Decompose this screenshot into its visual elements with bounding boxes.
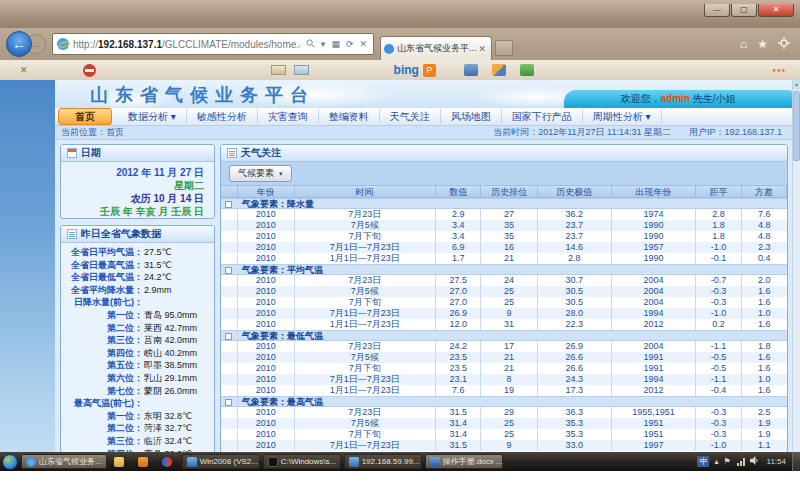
nav-item-4[interactable]: 整编资料	[319, 109, 380, 124]
table-row[interactable]: 20107月下旬23.52126.61991-0.51.6	[221, 363, 787, 374]
home-icon[interactable]: ⌂	[740, 37, 747, 51]
tab-close-icon[interactable]: ✕	[476, 44, 488, 54]
table-row[interactable]: 20107月1日—7月23日6.91614.61957-1.02.3	[221, 242, 787, 253]
table-row[interactable]: 20107月5候27.02530.52004-0.31.6	[221, 286, 787, 297]
mail-icon[interactable]	[271, 65, 286, 75]
compatibility-icon[interactable]: ▦	[331, 39, 340, 49]
table-row[interactable]: 20107月23日27.52430.72004-0.72.0	[221, 275, 787, 286]
calendar-icon	[67, 148, 77, 158]
table-row[interactable]: 20107月1日—7月23日23.1824.31994-1.11.0	[221, 374, 787, 385]
maximize-button[interactable]: ▢	[731, 4, 757, 17]
taskbar-window-button-1[interactable]: C:\Windows\s...	[263, 454, 341, 469]
table-cell: 2012	[612, 385, 697, 396]
ime-indicator[interactable]: 中	[697, 456, 709, 467]
taskbar-window-button-0[interactable]: Win2008 (VS2...	[182, 454, 260, 469]
table-row[interactable]: 20107月1日—7月23日26.9928.01994-1.01.0	[221, 308, 787, 319]
address-bar[interactable]: http://192.168.137.1/GLCCLIMATE/modules/…	[52, 33, 374, 55]
row-gutter	[221, 209, 238, 220]
nav-item-3[interactable]: 灾害查询	[258, 109, 319, 124]
table-row[interactable]: 20107月23日2.92736.219742.87.6	[221, 209, 787, 220]
table-cell: 1990	[612, 231, 697, 242]
taskbar-ie-button[interactable]: 山东省气候业务...	[21, 454, 107, 469]
table-group-row: 气象要素：最低气温	[221, 330, 787, 341]
nav-item-8[interactable]: 周期性分析 ▾	[583, 109, 662, 124]
clock[interactable]: 11:54	[767, 457, 786, 466]
scrollbar-up-icon[interactable]: ▲	[793, 80, 800, 89]
nav-item-6[interactable]: 风场地图	[441, 109, 502, 124]
current-time-text: 当前时间：2012年11月27日 11:14:31 星期二	[493, 126, 671, 139]
table-row[interactable]: 20101月1日—7月23日12.03122.320120.21.6	[221, 319, 787, 330]
back-button[interactable]: ←	[6, 31, 32, 57]
settings-gear-icon[interactable]	[778, 37, 790, 52]
more-icon[interactable]: •••	[772, 65, 786, 76]
table-row[interactable]: 20107月下旬27.02530.52004-0.31.6	[221, 297, 787, 308]
taskbar-window-button-3[interactable]: 操作手册.docx ...	[425, 454, 503, 469]
table-cell: -1.1	[696, 374, 741, 385]
taskbar-folder-icon[interactable]	[110, 454, 131, 469]
table-row[interactable]: 20101月1日—7月23日7.61917.32012-0.41.6	[221, 385, 787, 396]
show-desktop-button[interactable]	[792, 452, 800, 471]
table-cell: 7月23日	[295, 341, 437, 352]
stop-icon[interactable]: ✕	[359, 39, 367, 49]
tray-up-arrow-icon[interactable]: ▴	[714, 457, 718, 466]
nav-item-1[interactable]: 数据分析 ▾	[118, 109, 187, 124]
camera-addon-icon[interactable]	[464, 64, 478, 76]
table-row[interactable]: 20107月5候3.43523.719901.84.8	[221, 220, 787, 231]
dropdown-icon[interactable]: ▾	[321, 39, 326, 49]
table-row[interactable]: 20107月5候31.42535.31951-0.31.9	[221, 418, 787, 429]
new-tab-button[interactable]	[495, 40, 513, 56]
commandbar-close-icon[interactable]: ✕	[20, 65, 28, 75]
group-checkbox[interactable]	[225, 201, 232, 208]
table-row[interactable]: 20107月23日31.52936.31955,1951-0.32.5	[221, 407, 787, 418]
taskbar-window-button-2[interactable]: 192.168.59.99...	[344, 454, 422, 469]
table-row[interactable]: 20107月23日24.21726.92004-1.11.8	[221, 341, 787, 352]
table-cell: 35	[481, 231, 538, 242]
blocker-addon-icon[interactable]	[83, 64, 96, 77]
assistant-addon-icon[interactable]	[492, 64, 506, 76]
plugin-addon-icon[interactable]	[520, 64, 534, 76]
nav-item-0[interactable]: 首页	[58, 108, 112, 125]
nav-item-5[interactable]: 天气关注	[380, 109, 441, 124]
table-cell: -0.5	[696, 363, 741, 374]
taskbar-button-label: C:\Windows\s...	[281, 457, 337, 466]
table-row[interactable]: 20107月下旬3.43523.719901.84.8	[221, 231, 787, 242]
minimize-button[interactable]: —	[704, 4, 730, 17]
table-cell: -0.3	[696, 286, 741, 297]
table-row[interactable]: 20107月5候23.52126.61991-0.51.6	[221, 352, 787, 363]
page-scrollbar[interactable]: ▲	[792, 80, 800, 452]
group-checkbox[interactable]	[225, 267, 232, 274]
weather-summary-row: 全省日平均气温：27.5℃	[61, 246, 214, 259]
group-checkbox[interactable]	[225, 399, 232, 406]
table-cell: 4.8	[742, 231, 787, 242]
table-cell: -1.0	[696, 242, 741, 253]
taskbar-browser-icon[interactable]	[158, 454, 179, 469]
taskbar-media-icon[interactable]	[134, 454, 155, 469]
url-text[interactable]: http://192.168.137.1/GLCCLIMATE/modules/…	[73, 39, 300, 50]
table-row[interactable]: 20107月1日—7月23日31.5933.01997-1.01.1	[221, 440, 787, 451]
orange-badge-icon[interactable]: P	[423, 64, 436, 77]
table-row[interactable]: 20107月下旬31.42535.31951-0.31.9	[221, 429, 787, 440]
favorites-star-icon[interactable]: ★	[757, 37, 768, 51]
table-row[interactable]: 20101月1日—7月23日1.7212.81990-0.10.4	[221, 253, 787, 264]
content-area: 日期 2012 年 11 月 27 日星期二农历 10 月 14 日壬辰 年 辛…	[55, 140, 792, 452]
table-cell: 1.1	[742, 440, 787, 451]
nav-item-2[interactable]: 敏感性分析	[187, 109, 258, 124]
nav-item-7[interactable]: 国家下行产品	[502, 109, 583, 124]
bing-logo[interactable]: bing	[394, 63, 419, 77]
table-cell: 21	[481, 352, 538, 363]
volume-icon[interactable]	[750, 456, 759, 467]
browser-tab[interactable]: 山东省气候业务平... ✕	[380, 36, 492, 60]
network-icon[interactable]	[736, 458, 745, 466]
climate-element-button[interactable]: 气候要素 ▾	[229, 165, 292, 182]
scrollbar-thumb[interactable]	[793, 91, 800, 161]
group-checkbox[interactable]	[225, 333, 232, 340]
card-icon[interactable]	[294, 65, 309, 75]
close-button[interactable]: ✕	[758, 4, 794, 17]
refresh-icon[interactable]: ⟳	[346, 39, 354, 49]
tray-flag-icon[interactable]: ⚑	[723, 457, 730, 466]
window-controls: — ▢ ✕	[703, 4, 794, 17]
start-button[interactable]	[2, 454, 18, 470]
weather-summary-panel: 昨日全省气象数据 全省日平均气温：27.5℃全省日最高气温：31.5℃全省日最低…	[60, 225, 215, 452]
weather-summary-header: 昨日全省气象数据	[61, 226, 214, 243]
search-icon[interactable]	[306, 39, 315, 50]
